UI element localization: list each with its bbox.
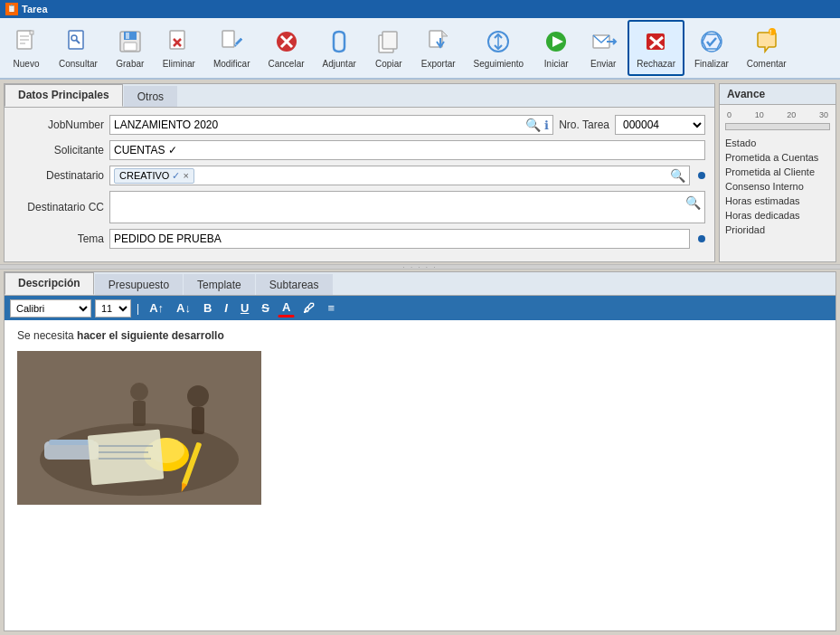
- seguimiento-button[interactable]: Seguimiento: [466, 20, 533, 76]
- cancelar-button[interactable]: Cancelar: [260, 20, 313, 76]
- tab-descripcion[interactable]: Descripción: [5, 272, 94, 295]
- scale-30: 30: [819, 110, 828, 119]
- exportar-label: Exportar: [421, 59, 456, 69]
- finalizar-button[interactable]: Finalizar: [686, 20, 737, 76]
- top-panel: Datos Principales Otros JobNumber 🔍 ℹ Nr…: [0, 80, 840, 264]
- consultar-icon: [63, 27, 92, 56]
- tema-label: Tema: [14, 232, 104, 245]
- svg-text:!: !: [769, 29, 771, 35]
- rte-image: [17, 351, 261, 505]
- rte-increase-font-btn[interactable]: A↑: [145, 299, 168, 317]
- grabar-button[interactable]: Grabar: [108, 20, 153, 76]
- job-number-input[interactable]: 🔍 ℹ: [109, 115, 553, 135]
- destinatario-indicator: [698, 172, 705, 179]
- adjuntar-button[interactable]: Adjuntar: [315, 20, 364, 76]
- rte-list-btn[interactable]: ≡: [323, 299, 339, 317]
- enviar-label: Enviar: [590, 59, 616, 69]
- tag-remove-icon[interactable]: ×: [183, 170, 188, 181]
- enviar-button[interactable]: Enviar: [580, 20, 626, 76]
- rte-font-select[interactable]: Calibri: [10, 299, 91, 318]
- nuevo-button[interactable]: Nuevo: [4, 20, 49, 76]
- rte-fontcolor-btn[interactable]: A: [278, 299, 295, 318]
- cancelar-label: Cancelar: [269, 59, 305, 69]
- tab-datos-principales[interactable]: Datos Principales: [5, 84, 123, 107]
- destinatario-input[interactable]: CREATIVO ✓ × 🔍: [109, 166, 690, 185]
- eliminar-icon: [165, 27, 193, 56]
- job-number-field[interactable]: [114, 118, 522, 131]
- nro-tarea-group: Nro. Tarea 000004: [559, 115, 705, 135]
- rte-text-before: Se necesita: [17, 329, 77, 342]
- search-icon[interactable]: 🔍: [525, 118, 541, 132]
- finalizar-icon: [697, 27, 726, 56]
- rte-highlight-btn[interactable]: 🖊: [298, 299, 319, 317]
- iniciar-button[interactable]: Iniciar: [533, 20, 579, 76]
- svg-rect-45: [88, 430, 164, 486]
- rte-text-bold: hacer el siguiente desarrollo: [77, 329, 224, 342]
- rte-decrease-font-btn[interactable]: A↓: [172, 299, 195, 317]
- adjuntar-icon: [325, 27, 354, 56]
- form-section: Datos Principales Otros JobNumber 🔍 ℹ Nr…: [4, 83, 715, 262]
- solicitante-row: Solicitante: [14, 140, 705, 160]
- rte-paragraph: Se necesita hacer el siguiente desarroll…: [17, 329, 823, 342]
- bottom-tab-bar: Descripción Presupuesto Template Subtare…: [5, 272, 835, 296]
- scale-0: 0: [727, 110, 731, 119]
- svg-rect-42: [49, 440, 94, 445]
- nuevo-icon: [12, 27, 41, 56]
- destinatario-search-icon[interactable]: 🔍: [670, 168, 685, 183]
- destinatario-tag-creativo: CREATIVO ✓ ×: [114, 168, 194, 184]
- svg-rect-11: [126, 33, 129, 39]
- info-icon[interactable]: ℹ: [544, 118, 549, 132]
- tema-indicator: [698, 235, 705, 242]
- avance-tab[interactable]: Avance: [720, 84, 835, 105]
- tema-field[interactable]: [114, 232, 685, 245]
- rte-italic-btn[interactable]: I: [220, 299, 232, 317]
- rte-content[interactable]: Se necesita hacer el siguiente desarroll…: [5, 320, 835, 630]
- svg-rect-54: [133, 401, 146, 426]
- comentar-label: Comentar: [747, 59, 787, 69]
- solicitante-field[interactable]: [114, 144, 701, 156]
- modificar-button[interactable]: Modificar: [205, 20, 259, 76]
- tab-otros[interactable]: Otros: [124, 86, 177, 107]
- svg-rect-2: [30, 31, 33, 34]
- exportar-button[interactable]: Exportar: [413, 20, 464, 76]
- rte-size-select[interactable]: 11: [95, 299, 131, 318]
- rte-bold-btn[interactable]: B: [199, 299, 216, 317]
- splitter-dots: · · · · ·: [402, 263, 437, 271]
- tab-presupuesto[interactable]: Presupuesto: [95, 274, 183, 295]
- main-content: Datos Principales Otros JobNumber 🔍 ℹ Nr…: [0, 80, 840, 635]
- tema-input[interactable]: [109, 229, 690, 249]
- tab-subtareas[interactable]: Subtareas: [256, 274, 333, 295]
- grabar-label: Grabar: [116, 59, 144, 69]
- eliminar-label: Eliminar: [163, 59, 195, 69]
- svg-marker-24: [442, 31, 448, 36]
- tema-row: Tema: [14, 229, 705, 249]
- copiar-button[interactable]: Copiar: [366, 20, 411, 76]
- nro-tarea-select[interactable]: 000004: [615, 115, 705, 135]
- avance-estado: Estado: [725, 136, 830, 150]
- toolbar: Nuevo Consultar Grabar Eliminar Modifica…: [0, 18, 840, 80]
- consultar-button[interactable]: Consultar: [51, 20, 106, 76]
- rte-separator-1: |: [137, 302, 139, 315]
- rte-underline-btn[interactable]: U: [236, 299, 253, 317]
- avance-horas-dedicadas: Horas dedicadas: [725, 208, 830, 223]
- rechazar-button[interactable]: Rechazar: [628, 20, 684, 76]
- splitter[interactable]: · · · · ·: [0, 264, 840, 270]
- form-body: JobNumber 🔍 ℹ Nro. Tarea 000004: [5, 108, 714, 261]
- eliminar-button[interactable]: Eliminar: [155, 20, 203, 76]
- destinatario-cc-search-icon[interactable]: 🔍: [685, 195, 701, 210]
- form-tab-bar: Datos Principales Otros: [5, 84, 714, 108]
- modificar-label: Modificar: [213, 59, 250, 69]
- tab-template[interactable]: Template: [184, 274, 255, 295]
- avance-panel: Avance 0 10 20 30 Estado Prometida a Cue…: [719, 83, 836, 262]
- job-number-row: JobNumber 🔍 ℹ Nro. Tarea 000004: [14, 115, 705, 135]
- svg-rect-13: [170, 31, 184, 49]
- seguimiento-label: Seguimiento: [474, 59, 524, 69]
- solicitante-input[interactable]: [109, 140, 705, 160]
- nuevo-label: Nuevo: [14, 59, 40, 69]
- svg-rect-16: [222, 31, 234, 47]
- comentar-button[interactable]: ! Comentar: [739, 20, 795, 76]
- destinatario-cc-input[interactable]: 🔍: [109, 191, 705, 223]
- avance-prioridad: Prioridad: [725, 223, 830, 237]
- svg-point-51: [187, 385, 209, 407]
- rte-strikethrough-btn[interactable]: S: [257, 299, 274, 317]
